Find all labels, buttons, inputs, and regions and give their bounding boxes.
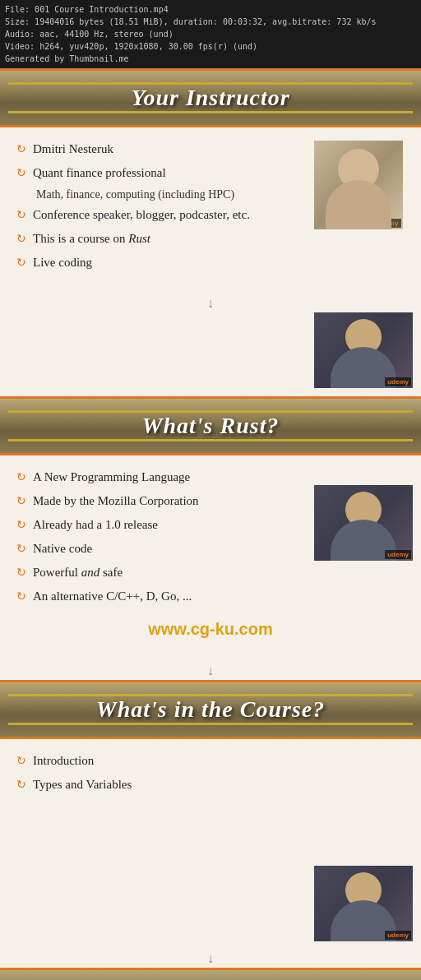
course1-title: What's in the Course? [8, 696, 413, 723]
list-arrow-icon: ↻ [16, 753, 26, 770]
tick-divider3: ↓ [0, 950, 421, 968]
course2-header: What's in the Course? [0, 970, 421, 980]
rust-list: ↻ A New Programming Language ↻ Made by t… [16, 469, 306, 612]
list-item: ↻ A New Programming Language [16, 469, 306, 486]
file-info-line1: File: 001 Course Introduction.mp4 [5, 3, 416, 16]
list-item: ↻ Live coding [16, 254, 306, 271]
list-arrow-icon: ↻ [16, 541, 26, 557]
instructor-header: Your Instructor [0, 71, 421, 125]
webcam3-photo: udemy [314, 866, 413, 941]
webcam2-badge: udemy [385, 550, 411, 559]
webcam3-badge: udemy [385, 931, 411, 940]
intro1: Introduction [33, 752, 94, 770]
watermark-text: www.cg-ku.com [16, 612, 405, 645]
list-item: ↻ Conference speaker, blogger, podcaster… [16, 206, 306, 224]
webcam2-photo: udemy [314, 485, 413, 561]
list-item: ↻ Native code [16, 540, 306, 557]
list-item: ↻ Dmitri Nesteruk [16, 141, 306, 158]
list-item: ↻ Quant finance professional [16, 164, 306, 182]
instructor-list: ↻ Dmitri Nesteruk ↻ Quant finance profes… [16, 141, 306, 278]
list-arrow-icon: ↻ [16, 493, 26, 510]
native-code: Native code [33, 540, 92, 557]
list-arrow-icon: ↻ [16, 777, 26, 793]
mozilla: Made by the Mozilla Corporation [33, 492, 199, 510]
list-arrow-icon: ↻ [16, 255, 26, 271]
tick-divider2: ↓ [0, 662, 421, 680]
instructor-photo: udemy [314, 141, 403, 229]
file-info-line2: Size: 19404016 bytes (18.51 MiB), durati… [5, 16, 416, 28]
release: Already had a 1.0 release [33, 516, 158, 534]
tick-divider: ↓ [0, 294, 421, 312]
rust-content: ↻ A New Programming Language ↻ Made by t… [0, 455, 421, 662]
file-info-line3: Audio: aac, 44100 Hz, stereo (und) [5, 28, 416, 40]
list-arrow-icon: ↻ [16, 565, 26, 581]
rust-title: What's Rust? [8, 413, 413, 439]
webcam1-photo: udemy [314, 312, 413, 388]
list-arrow-icon: ↻ [16, 231, 26, 247]
types-vars1: Types and Variables [33, 776, 132, 793]
file-info-line5: Generated by Thumbnail.me [5, 53, 416, 65]
webcam1-container: udemy [0, 312, 421, 396]
live-coding: Live coding [33, 254, 92, 271]
course1-header: What's in the Course? [0, 682, 421, 737]
webcam3-container: udemy [0, 816, 421, 950]
rust-header: What's Rust? [0, 399, 421, 453]
list-item: ↻ This is a course on Rust [16, 230, 306, 247]
conference-speaker: Conference speaker, blogger, podcaster, … [33, 206, 250, 224]
list-item: ↻ Already had a 1.0 release [16, 516, 306, 534]
rust-photo-area: udemy [314, 469, 405, 561]
powerful-safe: Powerful and safe [33, 564, 123, 581]
list-arrow-icon: ↻ [16, 165, 26, 182]
sub-list-item: Math, finance, computing (including HPC) [36, 188, 306, 201]
instructor-name: Dmitri Nesteruk [33, 141, 113, 158]
quant-finance: Quant finance professional [33, 164, 166, 182]
list-arrow-icon: ↻ [16, 517, 26, 534]
rust-content-inner: ↻ A New Programming Language ↻ Made by t… [16, 469, 405, 612]
instructor-title: Your Instructor [8, 85, 413, 111]
list-item: ↻ Types and Variables [16, 776, 405, 793]
list-item: ↻ Introduction [16, 752, 405, 770]
webcam1-badge: udemy [385, 377, 411, 386]
instructor-content: ↻ Dmitri Nesteruk ↻ Quant finance profes… [0, 127, 421, 294]
list-item: ↻ Powerful and safe [16, 564, 306, 581]
rust-course: This is a course on Rust [33, 230, 150, 247]
file-info-line4: Video: h264, yuv420p, 1920x1080, 30.00 f… [5, 40, 416, 53]
udemy-badge: udemy [373, 219, 401, 228]
file-info-bar: File: 001 Course Introduction.mp4 Size: … [0, 0, 421, 68]
list-item: ↻ Made by the Mozilla Corporation [16, 492, 306, 510]
list-arrow-icon: ↻ [16, 207, 26, 224]
course1-content: ↻ Introduction ↻ Types and Variables [0, 739, 421, 816]
instructor-content-inner: ↻ Dmitri Nesteruk ↻ Quant finance profes… [16, 141, 405, 278]
instructor-photo-area: udemy [314, 141, 405, 229]
list-arrow-icon: ↻ [16, 469, 26, 486]
alternative: An alternative C/C++, D, Go, ... [33, 588, 192, 605]
list-arrow-icon: ↻ [16, 141, 26, 158]
list-arrow-icon: ↻ [16, 589, 26, 605]
list-item: ↻ An alternative C/C++, D, Go, ... [16, 588, 306, 605]
new-lang: A New Programming Language [33, 469, 190, 486]
